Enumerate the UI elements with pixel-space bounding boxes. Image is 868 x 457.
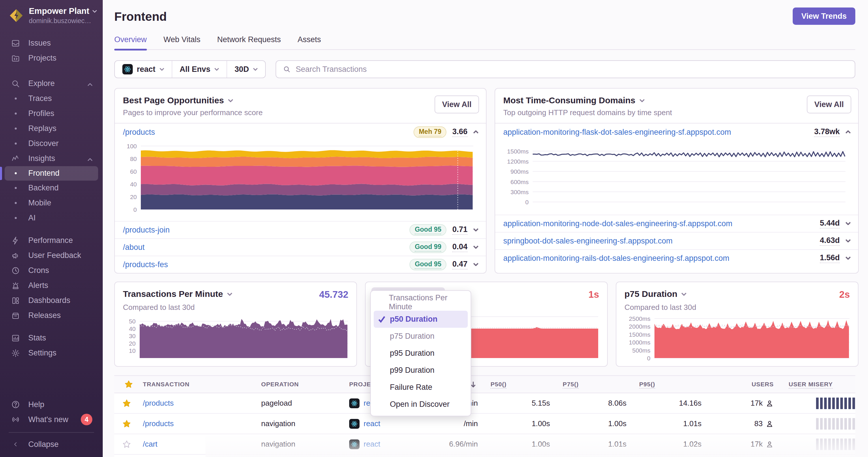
search-input[interactable]: [296, 65, 848, 74]
column-p50[interactable]: P50(): [478, 381, 550, 388]
sidebar-item-help[interactable]: Help: [0, 397, 103, 412]
opportunities-title-dropdown[interactable]: Best Page Opportunities: [123, 96, 478, 105]
org-name[interactable]: Empower Plant: [29, 6, 89, 16]
star-icon[interactable]: [122, 440, 131, 449]
sidebar-item-whats-new[interactable]: What's new 4: [0, 412, 103, 427]
view-trends-button[interactable]: View Trends: [793, 7, 855, 25]
page-link[interactable]: /about: [123, 243, 145, 252]
date-range-filter[interactable]: 30D: [226, 61, 265, 77]
column-users[interactable]: Users: [702, 381, 774, 388]
domains-title-dropdown[interactable]: Most Time-Consuming Domains: [503, 96, 850, 105]
svg-text:900ms: 900ms: [510, 168, 529, 175]
sidebar-item-frontend[interactable]: Frontend: [5, 166, 98, 181]
domain-link[interactable]: springboot-dot-sales-engineering-sf.apps…: [503, 236, 673, 246]
menu-item[interactable]: p95 Duration: [374, 345, 468, 362]
page-link[interactable]: /products-join: [123, 226, 170, 234]
sidebar-item-mobile[interactable]: Mobile: [0, 196, 103, 210]
transaction-link[interactable]: /products: [143, 399, 174, 407]
sidebar-item-insights[interactable]: Insights: [0, 151, 103, 166]
star-icon[interactable]: [122, 420, 131, 428]
p95-cell: 14.16s: [626, 399, 702, 408]
chevron-down-icon[interactable]: [473, 244, 478, 250]
chevron-up-icon[interactable]: [473, 130, 478, 135]
sidebar-item-backend[interactable]: Backend: [0, 181, 103, 196]
sidebar-item-projects[interactable]: Projects: [0, 51, 103, 66]
archive-box-icon: [11, 311, 20, 320]
tab-web-vitals[interactable]: Web Vitals: [164, 35, 200, 49]
sidebar-item-alerts[interactable]: Alerts: [0, 278, 103, 293]
menu-item[interactable]: p50 Duration: [374, 311, 468, 328]
tab-assets[interactable]: Assets: [298, 35, 321, 49]
table-header: Transaction Operation Project P50() P75(…: [114, 376, 855, 393]
sidebar-item-discover[interactable]: Discover: [0, 136, 103, 151]
menu-item[interactable]: Failure Rate: [374, 379, 468, 396]
user-misery-bars: [774, 398, 859, 409]
column-p95[interactable]: P95(): [626, 381, 702, 388]
domains-view-all-button[interactable]: View All: [807, 96, 851, 113]
svg-text:0: 0: [525, 199, 529, 205]
project-link[interactable]: react: [364, 419, 380, 428]
chevron-down-icon[interactable]: [845, 256, 851, 261]
chevron-down-icon: [227, 293, 232, 296]
sidebar-item-releases[interactable]: Releases: [0, 308, 103, 323]
environment-filter[interactable]: All Envs: [172, 61, 227, 77]
sidebar-item-stats[interactable]: Stats: [0, 331, 103, 346]
page-link[interactable]: /products-fes: [123, 260, 168, 269]
opportunities-view-all-button[interactable]: View All: [435, 96, 479, 113]
page-link[interactable]: /products: [123, 128, 155, 137]
column-transaction[interactable]: Transaction: [139, 381, 257, 388]
chevron-down-icon[interactable]: [473, 262, 478, 267]
column-user-misery[interactable]: User Misery: [774, 381, 859, 388]
sidebar-item-issues[interactable]: Issues: [0, 36, 103, 51]
menu-item[interactable]: Transactions Per Minute: [374, 294, 468, 311]
menu-item[interactable]: p99 Duration: [374, 362, 468, 379]
sidebar-item-dashboards[interactable]: Dashboards: [0, 293, 103, 308]
tpm-value: 45.732: [319, 289, 348, 300]
project-link[interactable]: react: [364, 440, 380, 449]
sidebar-item-user-feedback[interactable]: User Feedback: [0, 248, 103, 263]
project-filter[interactable]: react: [115, 61, 172, 77]
sidebar-item-crons[interactable]: Crons: [0, 263, 103, 278]
domain-link[interactable]: application-monitoring-rails-dot-sales-e…: [503, 254, 729, 263]
svg-text:80: 80: [130, 156, 137, 162]
chevron-up-icon[interactable]: [845, 130, 851, 135]
sidebar-item-explore[interactable]: Explore: [0, 76, 103, 91]
sidebar-item-settings[interactable]: Settings: [0, 346, 103, 361]
sidebar-item-profiles[interactable]: Profiles: [0, 106, 103, 121]
transaction-link[interactable]: /products: [143, 419, 174, 428]
opportunity-score: 0.47: [452, 260, 467, 269]
p75-metric-selector[interactable]: p75 Duration: [624, 289, 686, 299]
org-switcher[interactable]: Empower Plant dominik.buszowiec…: [0, 6, 103, 25]
sidebar-item-ai[interactable]: AI: [0, 210, 103, 226]
tpm-metric-selector[interactable]: Transactions Per Minute: [123, 289, 232, 299]
dashboard-icon: [11, 296, 20, 305]
transaction-link[interactable]: /cart: [143, 440, 158, 448]
svg-text:600ms: 600ms: [510, 178, 529, 185]
sidebar-item-traces[interactable]: Traces: [0, 91, 103, 106]
chevron-down-icon: [214, 68, 219, 71]
score-badge: Good 95: [409, 259, 446, 270]
p50-value: 1s: [588, 289, 599, 300]
domain-link[interactable]: application-monitoring-flask-dot-sales-e…: [503, 128, 731, 137]
megaphone-icon: [11, 251, 20, 260]
p50-cell: 1.00s: [478, 440, 550, 449]
chevron-down-icon[interactable]: [845, 238, 851, 243]
svg-text:0: 0: [133, 206, 137, 213]
menu-item[interactable]: Open in Discover: [374, 396, 468, 413]
tab-network-requests[interactable]: Network Requests: [217, 35, 281, 49]
column-p75[interactable]: P75(): [550, 381, 626, 388]
tab-overview[interactable]: Overview: [114, 35, 147, 49]
chevron-down-icon[interactable]: [845, 221, 851, 226]
sidebar-item-performance[interactable]: Performance: [0, 233, 103, 248]
star-icon[interactable]: [122, 399, 131, 408]
column-operation[interactable]: Operation: [257, 381, 345, 388]
empower-plant-logo: [9, 9, 23, 23]
sidebar-item-replays[interactable]: Replays: [0, 121, 103, 136]
chevron-down-icon[interactable]: [473, 227, 478, 232]
active-indicator: [0, 167, 2, 180]
domain-link[interactable]: application-monitoring-node-dot-sales-en…: [503, 219, 733, 228]
sidebar-collapse-button[interactable]: Collapse: [0, 437, 103, 452]
score-badge: Meh 79: [413, 126, 446, 138]
menu-item[interactable]: p75 Duration: [374, 328, 468, 345]
table-row: /products navigation react /min 1.00s 1.…: [114, 414, 855, 434]
